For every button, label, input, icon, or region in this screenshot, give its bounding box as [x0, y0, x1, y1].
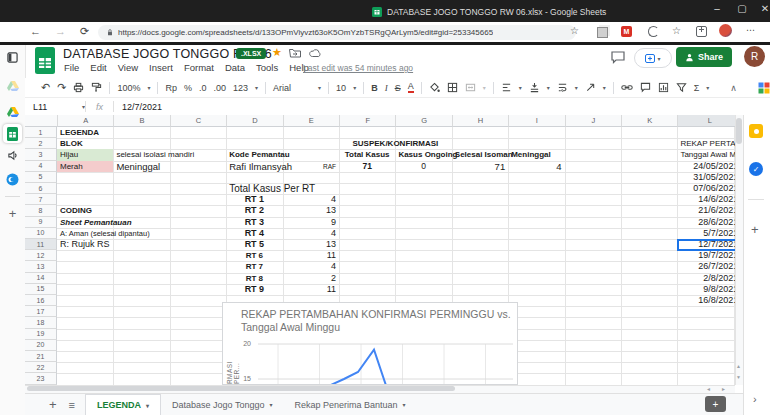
row-header-17[interactable]: 17 — [25, 306, 57, 317]
undo-icon[interactable]: ↶ — [41, 81, 50, 94]
last-edit-link[interactable]: Last edit was 54 minutes ago — [303, 63, 413, 73]
row-header-13[interactable]: 13 — [25, 261, 57, 272]
row-header-19[interactable]: 19 — [25, 329, 57, 340]
cell-H4[interactable]: 71 — [452, 161, 508, 172]
cell-A2[interactable]: BLOK — [57, 138, 113, 149]
text-wrap-icon[interactable] — [557, 82, 568, 93]
menu-item-edit[interactable]: Edit — [90, 62, 106, 73]
print-icon[interactable] — [73, 82, 84, 93]
row-header-15[interactable]: 15 — [25, 284, 57, 295]
all-sheets-icon[interactable]: ≡ — [69, 399, 75, 411]
insert-chart-icon[interactable] — [658, 82, 669, 93]
browser-more-icon[interactable]: ⋯ — [746, 25, 755, 35]
row-header-22[interactable]: 22 — [25, 362, 57, 373]
row-header-21[interactable]: 21 — [25, 351, 57, 362]
zoom-select[interactable]: 100% — [117, 83, 140, 93]
sheets-logo-icon[interactable] — [35, 47, 55, 74]
column-header-G[interactable]: G — [395, 115, 451, 127]
menu-item-insert[interactable]: Insert — [149, 62, 173, 73]
column-header-E[interactable]: E — [283, 115, 339, 127]
cell-E14[interactable]: 2 — [283, 273, 339, 284]
collections-star-icon[interactable]: ☆ — [672, 25, 681, 36]
more-formats-button[interactable]: 123 — [233, 83, 248, 93]
column-header-B[interactable]: B — [113, 115, 169, 127]
cell-D13[interactable]: RT 7 — [226, 261, 282, 272]
row-header-14[interactable]: 14 — [25, 273, 57, 284]
layout-icon[interactable] — [5, 50, 20, 65]
tasks-icon[interactable]: ✓ — [749, 162, 763, 176]
sidebar-add-icon[interactable]: + — [5, 206, 20, 221]
paint-format-icon[interactable] — [91, 82, 102, 93]
cell-A11[interactable]: R: Rujuk RS — [57, 239, 113, 250]
side-panel-add-icon[interactable]: + — [751, 222, 759, 237]
menu-item-data[interactable]: Data — [225, 62, 245, 73]
bold-button[interactable]: B — [371, 83, 378, 93]
italic-button[interactable]: I — [385, 83, 388, 93]
vertical-scrollbar[interactable] — [735, 115, 743, 385]
minimize-icon[interactable]: – — [708, 3, 726, 14]
spreadsheet-grid[interactable]: ABCDEFGHIJKL 123456789101112131415161718… — [25, 115, 735, 385]
cell-B4[interactable]: Meninggal — [113, 161, 169, 172]
blue-app-icon[interactable] — [5, 172, 20, 187]
row-header-16[interactable]: 16 — [25, 295, 57, 306]
cell-D7[interactable]: RT 1 — [226, 194, 282, 205]
cell-E8[interactable]: 13 — [283, 205, 339, 216]
font-select[interactable]: Arial — [273, 83, 311, 93]
cell-A1[interactable]: LEGENDA — [57, 127, 113, 138]
column-header-L[interactable]: L — [677, 115, 735, 127]
scroll-down-icon[interactable]: ▼ — [736, 373, 741, 381]
cell-L13[interactable]: 26/7/2021 — [677, 261, 735, 272]
menu-item-format[interactable]: Format — [184, 62, 214, 73]
menu-item-tools[interactable]: Tools — [256, 62, 278, 73]
cell-E9[interactable]: 9 — [283, 217, 339, 228]
scroll-right-icon[interactable]: ► — [721, 385, 726, 393]
account-avatar[interactable]: R — [744, 46, 765, 67]
cell-L8[interactable]: 21/6/2021 — [677, 205, 735, 216]
move-folder-icon[interactable] — [289, 48, 301, 58]
insert-link-icon[interactable] — [621, 82, 633, 93]
row-header-11[interactable]: 11 — [25, 239, 57, 250]
star-icon[interactable]: ★ — [272, 46, 282, 59]
add-sheet-icon[interactable]: + — [49, 397, 57, 412]
decrease-decimal-button[interactable]: .0 — [199, 83, 207, 93]
forward-icon[interactable]: → — [55, 25, 66, 37]
formula-input[interactable]: 12/7/2021 — [114, 102, 162, 112]
format-percent-button[interactable]: % — [184, 83, 192, 93]
cell-D12[interactable]: RT 6 — [226, 250, 282, 261]
back-icon[interactable]: ← — [30, 25, 41, 37]
row-header-6[interactable]: 6 — [25, 183, 57, 194]
cell-D10[interactable]: RT 4 — [226, 228, 282, 239]
cell-L6[interactable]: 07/06/2021 — [677, 183, 735, 194]
cell-E11[interactable]: 13 — [283, 239, 339, 250]
column-header-A[interactable]: A — [57, 115, 113, 127]
cell-G4[interactable]: 0 — [395, 161, 451, 172]
sheet-tab-rekap-penerima-bantuan[interactable]: Rekap Penerima Bantuan▾ — [283, 394, 416, 415]
cell-A10[interactable]: A: Aman (selesai dipantau) — [57, 228, 113, 239]
cell-E12[interactable]: 11 — [283, 250, 339, 261]
column-header-D[interactable]: D — [226, 115, 282, 127]
sheet-tab-database-jogo-tonggo[interactable]: Database Jogo Tonggo▾ — [161, 394, 283, 415]
cell-L3[interactable]: Tanggal Awal Minggu — [677, 149, 735, 160]
cell-H3[interactable]: Selesai Isoman — [452, 149, 508, 160]
row-header-23[interactable]: 23 — [25, 373, 57, 384]
cell-F2[interactable]: SUSPEK/KONFIRMASI — [339, 138, 452, 149]
cell-D11[interactable]: RT 5 — [226, 239, 282, 250]
name-box[interactable]: L11▾ — [25, 102, 85, 112]
cell-L4[interactable]: 24/05/2021 — [677, 161, 735, 172]
cell-E15[interactable]: 11 — [283, 284, 339, 295]
close-icon[interactable]: ✕ — [756, 3, 770, 14]
column-header-J[interactable]: J — [565, 115, 621, 127]
format-currency-button[interactable]: Rp — [165, 83, 177, 93]
cell-I4[interactable]: 4 — [508, 161, 564, 172]
cell-L14[interactable]: 2/8/2021 — [677, 273, 735, 284]
collapse-toolbar-icon[interactable]: ∧ — [730, 83, 737, 93]
speaker-icon[interactable] — [5, 148, 20, 163]
borders-icon[interactable] — [447, 82, 458, 93]
workspace-apps-icon[interactable] — [758, 82, 770, 94]
cell-A3[interactable]: Hijau — [57, 149, 113, 160]
corner-box[interactable] — [25, 115, 57, 127]
row-header-2[interactable]: 2 — [25, 138, 57, 149]
cloud-status-icon[interactable] — [309, 48, 322, 58]
cell-B3[interactable]: selesai isolasi mandiri — [113, 149, 169, 160]
browser-tab[interactable]: DATABASE JOGO TONGGO RW 06.xlsx - Google… — [372, 4, 606, 20]
